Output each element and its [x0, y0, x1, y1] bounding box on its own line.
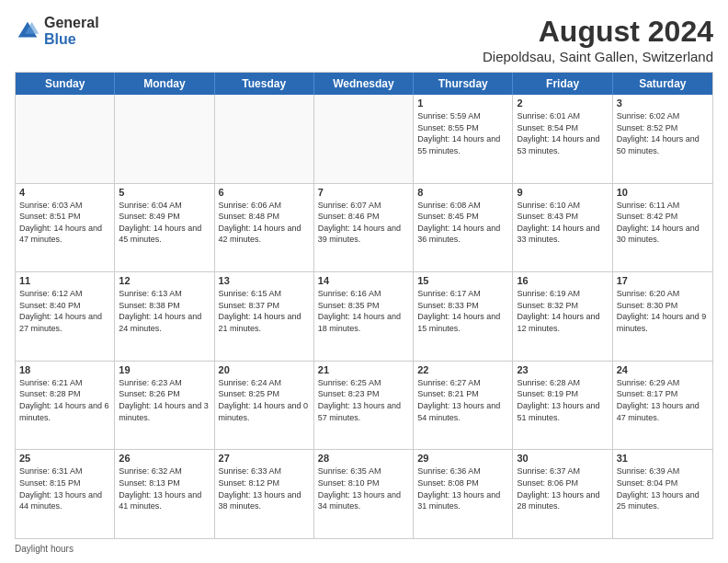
page: General Blue August 2024 Diepoldsau, Sai… — [0, 0, 728, 563]
day-info: Sunrise: 6:21 AM Sunset: 8:28 PM Dayligh… — [19, 377, 110, 423]
day-info: Sunrise: 6:10 AM Sunset: 8:43 PM Dayligh… — [517, 200, 608, 246]
day-info: Sunrise: 6:02 AM Sunset: 8:52 PM Dayligh… — [617, 110, 709, 156]
calendar: SundayMondayTuesdayWednesdayThursdayFrid… — [15, 72, 713, 539]
day-number: 7 — [318, 187, 409, 198]
day-cell-21: 21Sunrise: 6:25 AM Sunset: 8:23 PM Dayli… — [314, 362, 414, 450]
header-day-thursday: Thursday — [414, 73, 513, 95]
day-cell-17: 17Sunrise: 6:20 AM Sunset: 8:30 PM Dayli… — [613, 272, 712, 361]
day-cell-30: 30Sunrise: 6:37 AM Sunset: 8:06 PM Dayli… — [513, 450, 612, 538]
header-day-sunday: Sunday — [16, 73, 115, 95]
footer: Daylight hours — [15, 544, 713, 554]
day-number: 20 — [219, 364, 310, 375]
day-cell-18: 18Sunrise: 6:21 AM Sunset: 8:28 PM Dayli… — [16, 362, 115, 450]
empty-cell — [314, 95, 414, 183]
logo-general: General — [44, 15, 99, 31]
day-cell-8: 8Sunrise: 6:08 AM Sunset: 8:45 PM Daylig… — [414, 184, 513, 272]
day-info: Sunrise: 6:25 AM Sunset: 8:23 PM Dayligh… — [318, 377, 409, 423]
day-cell-13: 13Sunrise: 6:15 AM Sunset: 8:37 PM Dayli… — [215, 272, 314, 361]
day-info: Sunrise: 6:24 AM Sunset: 8:25 PM Dayligh… — [219, 377, 310, 423]
day-number: 10 — [617, 187, 709, 198]
day-cell-10: 10Sunrise: 6:11 AM Sunset: 8:42 PM Dayli… — [613, 184, 712, 272]
day-number: 31 — [617, 453, 709, 464]
main-title: August 2024 — [483, 15, 713, 49]
week-row-3: 18Sunrise: 6:21 AM Sunset: 8:28 PM Dayli… — [16, 362, 712, 451]
day-number: 6 — [219, 187, 310, 198]
day-number: 19 — [119, 364, 210, 375]
week-row-2: 11Sunrise: 6:12 AM Sunset: 8:40 PM Dayli… — [16, 272, 712, 362]
day-info: Sunrise: 6:33 AM Sunset: 8:12 PM Dayligh… — [219, 465, 310, 511]
day-info: Sunrise: 6:13 AM Sunset: 8:38 PM Dayligh… — [119, 288, 210, 334]
calendar-body: 1Sunrise: 5:59 AM Sunset: 8:55 PM Daylig… — [16, 95, 712, 538]
day-cell-27: 27Sunrise: 6:33 AM Sunset: 8:12 PM Dayli… — [215, 450, 314, 538]
title-area: August 2024 Diepoldsau, Saint Gallen, Sw… — [483, 15, 713, 64]
day-cell-2: 2Sunrise: 6:01 AM Sunset: 8:54 PM Daylig… — [513, 95, 612, 183]
day-info: Sunrise: 6:16 AM Sunset: 8:35 PM Dayligh… — [318, 288, 409, 334]
calendar-header: SundayMondayTuesdayWednesdayThursdayFrid… — [16, 73, 712, 95]
day-number: 24 — [617, 364, 709, 375]
day-info: Sunrise: 6:32 AM Sunset: 8:13 PM Dayligh… — [119, 465, 210, 511]
day-number: 17 — [617, 275, 709, 286]
day-info: Sunrise: 6:29 AM Sunset: 8:17 PM Dayligh… — [617, 377, 709, 423]
day-cell-26: 26Sunrise: 6:32 AM Sunset: 8:13 PM Dayli… — [115, 450, 214, 538]
empty-cell — [215, 95, 314, 183]
day-number: 29 — [417, 453, 508, 464]
day-info: Sunrise: 6:37 AM Sunset: 8:06 PM Dayligh… — [517, 465, 608, 511]
day-info: Sunrise: 6:12 AM Sunset: 8:40 PM Dayligh… — [19, 288, 110, 334]
week-row-1: 4Sunrise: 6:03 AM Sunset: 8:51 PM Daylig… — [16, 184, 712, 273]
header: General Blue August 2024 Diepoldsau, Sai… — [15, 15, 713, 64]
day-cell-23: 23Sunrise: 6:28 AM Sunset: 8:19 PM Dayli… — [513, 362, 612, 450]
day-info: Sunrise: 6:11 AM Sunset: 8:42 PM Dayligh… — [617, 200, 709, 246]
header-day-friday: Friday — [513, 73, 612, 95]
day-number: 8 — [417, 187, 508, 198]
day-cell-31: 31Sunrise: 6:39 AM Sunset: 8:04 PM Dayli… — [613, 450, 712, 538]
day-cell-3: 3Sunrise: 6:02 AM Sunset: 8:52 PM Daylig… — [613, 95, 712, 183]
day-number: 25 — [19, 453, 110, 464]
day-number: 28 — [318, 453, 409, 464]
day-number: 18 — [19, 364, 110, 375]
day-info: Sunrise: 6:04 AM Sunset: 8:49 PM Dayligh… — [119, 200, 210, 246]
day-number: 2 — [517, 98, 608, 109]
logo-text: General Blue — [44, 15, 99, 47]
week-row-0: 1Sunrise: 5:59 AM Sunset: 8:55 PM Daylig… — [16, 95, 712, 184]
subtitle: Diepoldsau, Saint Gallen, Switzerland — [483, 49, 713, 64]
day-cell-25: 25Sunrise: 6:31 AM Sunset: 8:15 PM Dayli… — [16, 450, 115, 538]
day-number: 15 — [417, 275, 508, 286]
day-cell-6: 6Sunrise: 6:06 AM Sunset: 8:48 PM Daylig… — [215, 184, 314, 272]
day-info: Sunrise: 6:20 AM Sunset: 8:30 PM Dayligh… — [617, 288, 709, 334]
day-cell-19: 19Sunrise: 6:23 AM Sunset: 8:26 PM Dayli… — [115, 362, 214, 450]
day-cell-1: 1Sunrise: 5:59 AM Sunset: 8:55 PM Daylig… — [414, 95, 513, 183]
day-number: 23 — [517, 364, 608, 375]
day-number: 4 — [19, 187, 110, 198]
day-cell-16: 16Sunrise: 6:19 AM Sunset: 8:32 PM Dayli… — [513, 272, 612, 361]
day-info: Sunrise: 6:27 AM Sunset: 8:21 PM Dayligh… — [417, 377, 508, 423]
header-day-wednesday: Wednesday — [314, 73, 414, 95]
day-cell-4: 4Sunrise: 6:03 AM Sunset: 8:51 PM Daylig… — [16, 184, 115, 272]
day-cell-29: 29Sunrise: 6:36 AM Sunset: 8:08 PM Dayli… — [414, 450, 513, 538]
day-cell-12: 12Sunrise: 6:13 AM Sunset: 8:38 PM Dayli… — [115, 272, 214, 361]
logo: General Blue — [15, 15, 99, 47]
logo-icon — [15, 18, 40, 44]
day-number: 27 — [219, 453, 310, 464]
day-number: 13 — [219, 275, 310, 286]
day-cell-14: 14Sunrise: 6:16 AM Sunset: 8:35 PM Dayli… — [314, 272, 414, 361]
empty-cell — [16, 95, 115, 183]
header-day-monday: Monday — [115, 73, 214, 95]
day-info: Sunrise: 6:06 AM Sunset: 8:48 PM Dayligh… — [219, 200, 310, 246]
day-info: Sunrise: 6:39 AM Sunset: 8:04 PM Dayligh… — [617, 465, 709, 511]
day-number: 12 — [119, 275, 210, 286]
day-cell-11: 11Sunrise: 6:12 AM Sunset: 8:40 PM Dayli… — [16, 272, 115, 361]
header-day-tuesday: Tuesday — [215, 73, 314, 95]
logo-blue: Blue — [44, 31, 99, 48]
day-number: 22 — [417, 364, 508, 375]
day-cell-22: 22Sunrise: 6:27 AM Sunset: 8:21 PM Dayli… — [414, 362, 513, 450]
day-info: Sunrise: 6:15 AM Sunset: 8:37 PM Dayligh… — [219, 288, 310, 334]
day-number: 5 — [119, 187, 210, 198]
day-info: Sunrise: 6:08 AM Sunset: 8:45 PM Dayligh… — [417, 200, 508, 246]
day-number: 1 — [417, 98, 508, 109]
day-number: 9 — [517, 187, 608, 198]
day-cell-7: 7Sunrise: 6:07 AM Sunset: 8:46 PM Daylig… — [314, 184, 414, 272]
day-cell-15: 15Sunrise: 6:17 AM Sunset: 8:33 PM Dayli… — [414, 272, 513, 361]
day-info: Sunrise: 6:07 AM Sunset: 8:46 PM Dayligh… — [318, 200, 409, 246]
day-info: Sunrise: 6:31 AM Sunset: 8:15 PM Dayligh… — [19, 465, 110, 511]
header-day-saturday: Saturday — [613, 73, 712, 95]
